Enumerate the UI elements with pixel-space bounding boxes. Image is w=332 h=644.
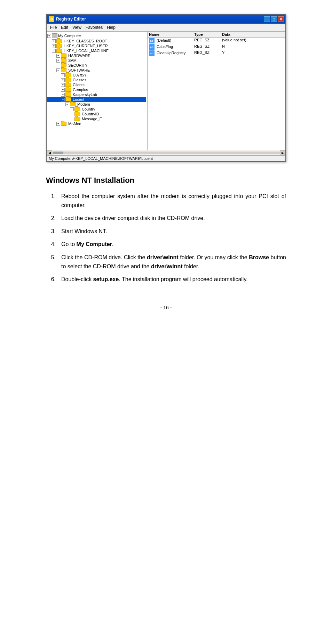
step-num-1: 1. bbox=[46, 192, 56, 210]
scroll-thumb[interactable] bbox=[53, 152, 63, 154]
step-3: 3. Start Windows NT. bbox=[46, 227, 286, 236]
expand-modem[interactable]: − bbox=[65, 103, 69, 106]
tree-item-clients[interactable]: + Clients bbox=[47, 82, 146, 87]
tree-label: SOFTWARE bbox=[67, 68, 90, 72]
tree-item-countryid[interactable]: CountryID bbox=[47, 112, 146, 116]
tree-item-c07ft5y[interactable]: + C07ft5Y bbox=[47, 73, 146, 78]
tree-panel[interactable]: + My Computer + HKEY_CLASSES_ROOT + HKEY… bbox=[47, 32, 148, 150]
tree-label: CountryID bbox=[81, 112, 99, 116]
tree-item-mcafee[interactable]: + McAfee bbox=[47, 121, 146, 126]
scrollbar-horizontal[interactable]: ◀ ▶ bbox=[47, 150, 285, 155]
expand-classes[interactable]: + bbox=[61, 78, 65, 82]
menu-view[interactable]: View bbox=[70, 24, 84, 31]
tree-item-classes-root[interactable]: + HKEY_CLASSES_ROOT bbox=[47, 39, 146, 43]
reg-data: Y bbox=[222, 50, 284, 56]
tree-item-modem[interactable]: − Modem bbox=[47, 102, 146, 107]
maximize-button[interactable]: □ bbox=[271, 16, 277, 22]
tree-item-country[interactable]: + Country bbox=[47, 107, 146, 112]
expand-sam[interactable]: + bbox=[56, 59, 60, 63]
expand-clients[interactable]: + bbox=[61, 83, 65, 87]
step-num-5: 5. bbox=[46, 253, 56, 271]
scroll-left-btn[interactable]: ◀ bbox=[47, 150, 52, 156]
folder-icon bbox=[61, 63, 66, 67]
reg-name: ab (Default) bbox=[149, 38, 194, 43]
tree-item-classes[interactable]: + Classes bbox=[47, 78, 146, 82]
reg-data: N bbox=[222, 44, 284, 50]
folder-icon bbox=[65, 83, 71, 87]
folder-icon bbox=[74, 107, 80, 111]
tree-label: KasperskyLab bbox=[72, 92, 97, 97]
tree-item-gemplus[interactable]: + Gemplus bbox=[47, 87, 146, 92]
tree-item-lucent[interactable]: − Lucent bbox=[47, 97, 146, 102]
step-5: 5. Click the CD-ROM drive. Click the dri… bbox=[46, 253, 286, 271]
minimize-button[interactable]: _ bbox=[264, 16, 270, 22]
reg-icon: ab bbox=[149, 50, 155, 56]
expand-current-user[interactable]: + bbox=[52, 44, 56, 48]
expand-mycomputer[interactable]: + bbox=[47, 34, 51, 38]
right-panel: Name Type Data ab (Default) REG_SZ (valu… bbox=[148, 32, 285, 150]
computer-icon bbox=[52, 33, 57, 38]
expand-classes-root[interactable]: + bbox=[52, 39, 56, 43]
expand-local-machine[interactable]: − bbox=[52, 49, 56, 53]
menu-favorites[interactable]: Favorites bbox=[84, 24, 105, 31]
reg-type: REG_SZ bbox=[194, 44, 222, 50]
menu-bar: File Edit View Favorites Help bbox=[47, 24, 285, 32]
tree-item-kasperskylab[interactable]: + KasperskyLab bbox=[47, 92, 146, 97]
menu-edit[interactable]: Edit bbox=[59, 24, 70, 31]
step-num-6: 6. bbox=[46, 275, 56, 284]
tree-item-security[interactable]: SECURITY bbox=[47, 63, 146, 68]
tree-item-sam[interactable]: + SAM bbox=[47, 58, 146, 63]
folder-icon bbox=[56, 39, 62, 43]
expand-kasperskylab[interactable]: + bbox=[61, 93, 65, 97]
folder-icon bbox=[65, 78, 71, 82]
expand-lucent[interactable]: − bbox=[61, 98, 65, 101]
status-bar: My Computer\HKEY_LOCAL_MACHINE\SOFTWARE\… bbox=[47, 155, 285, 161]
folder-icon bbox=[61, 68, 66, 72]
step-num-2: 2. bbox=[46, 214, 56, 223]
bold-setupexe: setup.exe bbox=[93, 276, 119, 282]
reg-row-cleanup[interactable]: ab CleanUpRegistry REG_SZ Y bbox=[148, 50, 285, 56]
tree-item-current-user[interactable]: + HKEY_CURRENT_USER bbox=[47, 43, 146, 48]
expand-country[interactable]: + bbox=[70, 107, 74, 111]
tree-item-hardware[interactable]: + HARDWARE bbox=[47, 53, 146, 58]
expand-gemplus[interactable]: + bbox=[61, 88, 65, 92]
expand-c07ft5y[interactable]: + bbox=[61, 73, 65, 77]
folder-icon bbox=[61, 54, 66, 58]
reg-name: ab CabsFlag bbox=[149, 44, 194, 50]
folder-icon bbox=[65, 73, 71, 77]
expand-software[interactable]: − bbox=[56, 68, 60, 72]
doc-content: Windows NT Installation 1. Reboot the co… bbox=[46, 176, 286, 310]
tree-item-local-machine[interactable]: − HKEY_LOCAL_MACHINE bbox=[47, 48, 146, 53]
scroll-right-btn[interactable]: ▶ bbox=[280, 150, 285, 156]
tree-label: Clients bbox=[72, 83, 85, 87]
reg-row-cabsflag[interactable]: ab CabsFlag REG_SZ N bbox=[148, 44, 285, 50]
tree-item-message-e[interactable]: Message_E bbox=[47, 116, 146, 121]
title-bar-left: ⚙ Registry Editor bbox=[49, 16, 86, 22]
reg-data: (value not set) bbox=[222, 38, 284, 43]
folder-icon bbox=[65, 88, 71, 92]
tree-label: Country bbox=[81, 107, 95, 111]
expand-mcafee[interactable]: + bbox=[56, 122, 60, 126]
col-data: Data bbox=[222, 32, 284, 36]
menu-file[interactable]: File bbox=[48, 24, 59, 31]
tree-item-software[interactable]: − SOFTWARE bbox=[47, 68, 146, 73]
expand-hardware[interactable]: + bbox=[56, 54, 60, 58]
tree-label: Classes bbox=[72, 78, 86, 82]
close-button[interactable]: ✕ bbox=[278, 16, 284, 22]
folder-icon bbox=[74, 112, 80, 116]
tree-label: McAfee bbox=[67, 122, 81, 126]
bold-driver-winnt-1: driver\winnt bbox=[147, 254, 179, 260]
menu-help[interactable]: Help bbox=[105, 24, 118, 31]
folder-icon bbox=[56, 44, 62, 48]
step-num-3: 3. bbox=[46, 227, 56, 236]
step-text-1: Reboot the computer system after the mod… bbox=[61, 192, 286, 210]
tree-label: Modem bbox=[76, 102, 90, 106]
bold-mycomputer: My Computer bbox=[77, 241, 112, 247]
tree-item-mycomputer[interactable]: + My Computer bbox=[47, 33, 146, 39]
reg-icon: ab bbox=[149, 44, 155, 50]
step-4: 4. Go to My Computer. bbox=[46, 240, 286, 249]
tree-label: SAM bbox=[67, 58, 77, 63]
tree-label: HARDWARE bbox=[67, 54, 90, 58]
reg-row-default[interactable]: ab (Default) REG_SZ (value not set) bbox=[148, 38, 285, 44]
step-1: 1. Reboot the computer system after the … bbox=[46, 192, 286, 210]
